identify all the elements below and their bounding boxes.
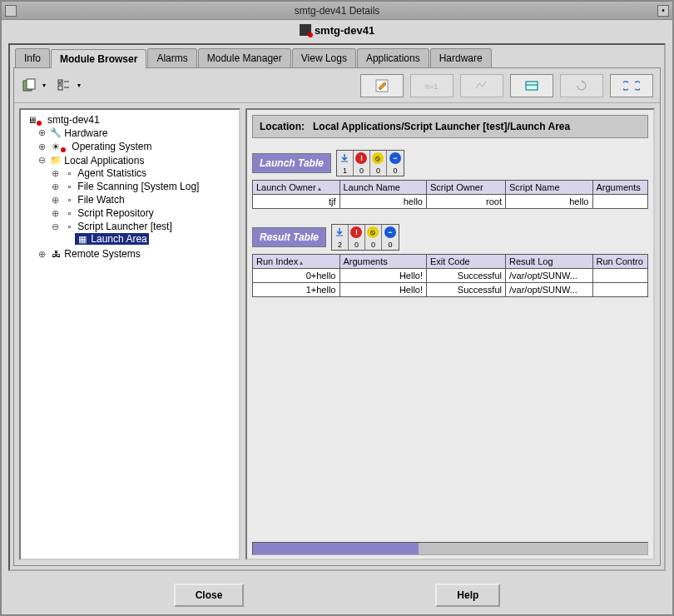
toolbar-probe-button[interactable] [510, 74, 553, 97]
tree-script-repository[interactable]: ▫ Script Repository [62, 207, 155, 219]
tab-applications[interactable]: Applications [357, 48, 429, 67]
table-icon: ▦ [77, 233, 88, 245]
table-row[interactable]: 0+hello Hello! Successful /var/opt/SUNW.… [253, 269, 648, 283]
cell[interactable]: hello [506, 195, 593, 209]
col-run-index[interactable]: Run Index [253, 255, 340, 269]
tree-hardware[interactable]: 🔧 Hardware [48, 127, 109, 139]
cell[interactable]: /var/opt/SUNW... [506, 269, 593, 283]
tree-script-launcher[interactable]: ▫ Script Launcher [test] [62, 221, 173, 232]
table-row[interactable]: tjf hello root hello [253, 195, 648, 209]
expand-handle[interactable]: ⊕ [37, 249, 46, 260]
svg-rect-1 [27, 79, 35, 89]
cell[interactable]: 0+hello [253, 269, 340, 283]
tree-label: Script Launcher [test] [77, 221, 171, 232]
cell[interactable]: 1+hello [253, 283, 340, 297]
col-script-name[interactable]: Script Name [506, 181, 593, 195]
collapse-handle[interactable]: ⊖ [37, 155, 46, 166]
tree-remote-systems[interactable]: 🖧 Remote Systems [48, 248, 141, 260]
expand-handle[interactable]: ⊕ [37, 142, 46, 152]
module-icon: ▫ [63, 181, 75, 192]
alert-badge-icon [61, 147, 66, 152]
tab-module-manager[interactable]: Module Manager [198, 48, 291, 67]
tab-info[interactable]: Info [15, 48, 50, 67]
alert-badge-icon [37, 121, 42, 126]
toolbar-reload-button[interactable] [610, 74, 653, 97]
help-button[interactable]: Help [435, 584, 500, 607]
tab-view-logs[interactable]: View Logs [292, 48, 356, 67]
toolbar-chart-button[interactable] [460, 74, 503, 97]
cell[interactable]: Hello! [339, 283, 427, 297]
location-bar: Location: Local Applications/Script Laun… [252, 115, 648, 138]
scrollbar-thumb[interactable] [253, 543, 419, 554]
toolbar-edit-button[interactable] [360, 74, 404, 97]
toolbar-refresh-button[interactable] [560, 74, 603, 97]
tree-panel[interactable]: 🖥 smtg-dev41 ⊕ 🔧 Hardware [19, 108, 240, 560]
dropdown-arrow-icon[interactable]: ▾ [42, 82, 46, 89]
expand-handle[interactable]: ⊕ [51, 181, 59, 192]
module-icon[interactable] [21, 77, 37, 94]
launch-table[interactable]: Launch Owner Launch Name Script Owner Sc… [252, 180, 648, 209]
result-table[interactable]: Run Index Arguments Exit Code Result Log… [252, 254, 648, 297]
col-script-owner[interactable]: Script Owner [427, 181, 506, 195]
horizontal-scrollbar[interactable] [252, 542, 648, 555]
dropdown-arrow-icon-2[interactable]: ▾ [77, 82, 81, 89]
tab-alarms[interactable]: Alarms [147, 48, 196, 67]
tree-root[interactable]: 🖥 smtg-dev41 [24, 114, 102, 126]
close-button[interactable]: Close [174, 584, 245, 607]
col-run-control[interactable]: Run Contro [592, 255, 648, 269]
cell[interactable]: hello [339, 195, 427, 209]
tab-hardware[interactable]: Hardware [430, 48, 492, 67]
toolbar-attr-button[interactable]: n=1 [410, 74, 453, 97]
titlebar: smtg-dev41 Details • [2, 2, 672, 20]
tree-os[interactable]: ☀ Operating System [48, 141, 153, 152]
tree-file-scanning[interactable]: ▫ File Scanning [System Log] [62, 181, 201, 192]
download-icon [332, 225, 347, 240]
tree-label: File Watch [77, 194, 124, 206]
apps-icon: 📁 [50, 155, 62, 166]
window-menu-button[interactable] [5, 5, 17, 17]
tab-module-browser[interactable]: Module Browser [51, 49, 146, 68]
location-path: Local Applications/Script Launcher [test… [313, 121, 570, 132]
tree-launch-area[interactable]: ▦ Launch Area [75, 233, 148, 245]
cell[interactable]: Successful [427, 283, 506, 297]
host-icon: 🖥 [26, 114, 37, 126]
cell[interactable]: /var/opt/SUNW... [506, 283, 593, 297]
expand-handle[interactable]: ⊕ [51, 195, 59, 206]
cell[interactable] [592, 283, 648, 297]
status-count: 0 [354, 240, 359, 250]
window-minimize-button[interactable]: • [657, 5, 669, 17]
tree-label: Operating System [72, 141, 151, 152]
tree-localapps[interactable]: 📁 Local Applications [48, 155, 146, 166]
result-table-title: Result Table [252, 227, 326, 247]
dialog-button-bar: Close Help [2, 576, 672, 614]
content-panel: Location: Local Applications/Script Laun… [245, 108, 655, 560]
expand-handle[interactable]: ⊕ [51, 208, 59, 219]
col-result-log[interactable]: Result Log [506, 255, 593, 269]
col-arguments[interactable]: Arguments [339, 255, 427, 269]
col-exit-code[interactable]: Exit Code [427, 255, 506, 269]
cell[interactable] [592, 195, 648, 209]
tree-agent-statistics[interactable]: ▫ Agent Statistics [62, 167, 148, 179]
cell[interactable]: Successful [427, 269, 506, 283]
col-launch-name[interactable]: Launch Name [339, 181, 427, 195]
cell[interactable] [592, 269, 648, 283]
checklist-icon[interactable] [56, 77, 72, 94]
svg-rect-8 [526, 82, 538, 90]
tree-label: Hardware [64, 127, 107, 139]
expand-handle[interactable]: ⊕ [37, 127, 46, 138]
cell[interactable]: root [427, 195, 506, 209]
tree-label: Local Applications [64, 155, 144, 166]
col-launch-owner[interactable]: Launch Owner [253, 181, 340, 195]
tree-file-watch[interactable]: ▫ File Watch [62, 194, 126, 206]
subtitle-bar: smtg-dev41 [2, 20, 672, 40]
status-count: 0 [376, 166, 380, 176]
collapse-handle[interactable]: ⊖ [51, 221, 59, 232]
launch-table-header: Launch Table 1 !0 ⦸0 −0 [252, 150, 648, 176]
tree-label: Agent Statistics [77, 167, 146, 179]
table-row[interactable]: 1+hello Hello! Successful /var/opt/SUNW.… [253, 283, 648, 297]
status-counters: 1 !0 ⦸0 −0 [336, 150, 404, 176]
expand-handle[interactable]: ⊕ [51, 168, 59, 179]
cell[interactable]: tjf [253, 195, 340, 209]
col-arguments[interactable]: Arguments [592, 181, 648, 195]
cell[interactable]: Hello! [339, 269, 427, 283]
